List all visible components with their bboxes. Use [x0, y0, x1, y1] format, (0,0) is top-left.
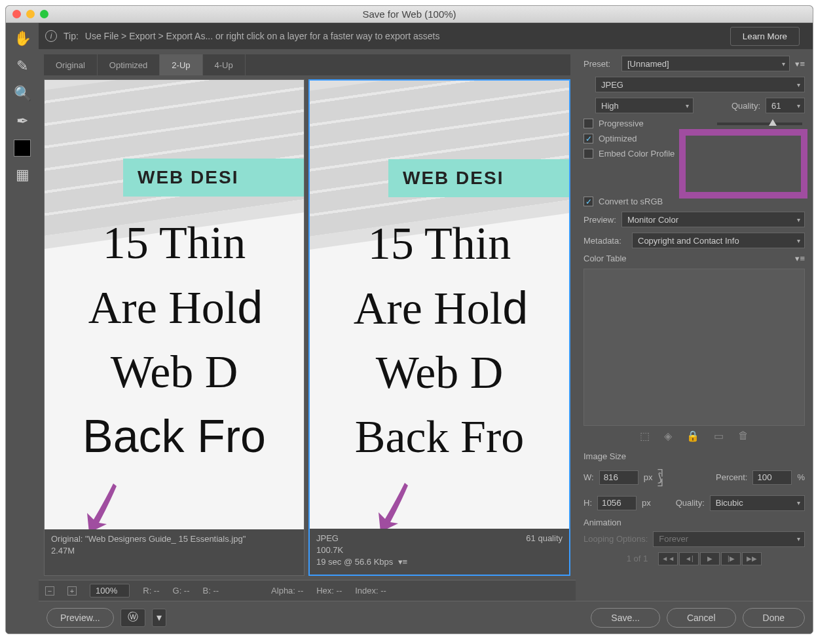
- zoom-select[interactable]: 100%: [90, 584, 130, 597]
- banner-text: WEB DESI: [123, 159, 304, 197]
- button-bar: Preview... ⓦ ▾ Save... Cancel Done: [39, 601, 813, 634]
- px-label: px: [642, 498, 651, 508]
- zoom-tool-icon[interactable]: 🔍: [13, 85, 31, 103]
- done-button[interactable]: Done: [743, 608, 805, 628]
- quality-slider[interactable]: [717, 123, 802, 125]
- px-label: px: [644, 472, 653, 482]
- ct-icon[interactable]: ⬚: [640, 430, 650, 442]
- prev-frame-button: ◄|: [679, 552, 699, 565]
- slice-visibility-icon[interactable]: ▦: [13, 166, 31, 184]
- optimized-pane[interactable]: WEB DESI 15 ThinAre HoldWeb DBack Fro JP…: [308, 79, 570, 576]
- progressive-checkbox[interactable]: [583, 119, 593, 128]
- preview-button[interactable]: Preview...: [46, 608, 114, 628]
- progressive-label: Progressive: [599, 119, 644, 128]
- tab-4up[interactable]: 4-Up: [203, 54, 246, 75]
- compression-select[interactable]: High: [595, 98, 694, 113]
- main-area: ✋ ✎ 🔍 ✒ ▦ i Tip: Use File > Export > Exp…: [6, 23, 813, 634]
- preset-menu-icon[interactable]: ▾≡: [795, 59, 805, 69]
- tab-2up[interactable]: 2-Up: [160, 54, 202, 75]
- play-button: ▶: [700, 552, 720, 565]
- save-for-web-window: Save for Web (100%) ✋ ✎ 🔍 ✒ ▦ i Tip: Use…: [5, 5, 813, 634]
- eyedropper-tool-icon[interactable]: ✒: [13, 112, 31, 130]
- cancel-button[interactable]: Cancel: [667, 608, 736, 628]
- optimized-size: 100.7K: [316, 544, 563, 556]
- animation-header: Animation: [583, 518, 805, 527]
- convert-srgb-checkbox[interactable]: [583, 197, 593, 206]
- color-table-label: Color Table: [583, 254, 627, 263]
- annotation-arrow-icon: [369, 476, 415, 529]
- annotation-highlight: [679, 129, 807, 199]
- original-image: WEB DESI 15 ThinAre HoldWeb DBack Fro: [45, 80, 304, 529]
- w-label: W:: [583, 472, 594, 482]
- preset-select[interactable]: [Unnamed]: [621, 56, 790, 71]
- preview-select[interactable]: Monitor Color: [621, 212, 805, 227]
- quality-label: Quality:: [731, 101, 760, 111]
- width-input[interactable]: [599, 470, 639, 485]
- time-menu-icon[interactable]: ▾≡: [398, 557, 408, 567]
- original-info: Original: "Web Designers Guide_ 15 Essen…: [45, 529, 304, 575]
- optimized-time: 19 sec @ 56.6 Kbps: [316, 557, 393, 567]
- color-swatch[interactable]: [14, 140, 31, 157]
- color-table: [583, 269, 805, 426]
- optimized-image: WEB DESI 15 ThinAre HoldWeb DBack Fro: [310, 81, 569, 529]
- tab-original[interactable]: Original: [44, 54, 98, 75]
- titlebar: Save for Web (100%): [6, 6, 813, 23]
- format-select[interactable]: JPEG: [595, 77, 805, 92]
- original-filename: Original: "Web Designers Guide_ 15 Essen…: [51, 533, 297, 545]
- original-pane[interactable]: WEB DESI 15 ThinAre HoldWeb DBack Fro Or…: [44, 79, 305, 576]
- last-frame-button: ▶▶: [742, 552, 762, 565]
- expand-button[interactable]: +: [67, 586, 77, 596]
- metadata-select[interactable]: Copyright and Contact Info: [632, 233, 805, 248]
- body-row: Original Optimized 2-Up 4-Up WEB DESI 15…: [39, 49, 813, 601]
- optimized-label: Optimized: [599, 134, 637, 143]
- browser-preview-icon[interactable]: ⓦ: [120, 609, 145, 627]
- embed-checkbox[interactable]: [583, 149, 593, 159]
- collapse-button[interactable]: −: [45, 586, 54, 596]
- settings-panel: Preset: [Unnamed] ▾≡ JPEG High Quality: …: [576, 49, 813, 601]
- looping-select: Forever: [653, 531, 805, 547]
- first-frame-button: ◄◄: [658, 552, 678, 565]
- tip-bar: i Tip: Use File > Export > Export As... …: [39, 23, 813, 49]
- color-table-icons: ⬚ ◈ 🔒 ▭ 🗑: [583, 430, 805, 442]
- status-g: G: --: [173, 586, 190, 596]
- headline-text: 15 ThinAre HoldWeb DBack Fro: [310, 212, 569, 469]
- looping-label: Looping Options:: [583, 534, 648, 544]
- color-table-menu-icon[interactable]: ▾≡: [795, 254, 805, 263]
- optimized-info: JPEG 100.7K 19 sec @ 56.6 Kbps ▾≡ 61 qua…: [310, 529, 569, 575]
- info-icon: i: [45, 30, 57, 42]
- preset-label: Preset:: [583, 59, 616, 69]
- status-b: B: --: [203, 586, 219, 596]
- status-hex: Hex: --: [316, 586, 342, 596]
- content-column: i Tip: Use File > Export > Export As... …: [39, 23, 813, 634]
- link-icon[interactable]: ┐⟆┘: [657, 465, 666, 490]
- view-tabs: Original Optimized 2-Up 4-Up: [44, 54, 570, 75]
- save-button[interactable]: Save...: [591, 608, 660, 628]
- headline-text: 15 ThinAre HoldWeb DBack Fro: [45, 211, 304, 469]
- ct-icon[interactable]: ▭: [714, 430, 724, 442]
- status-r: R: --: [143, 586, 159, 596]
- tip-text: Use File > Export > Export As... or righ…: [85, 31, 440, 41]
- trash-icon[interactable]: 🗑: [738, 430, 749, 442]
- status-alpha: Alpha: --: [271, 586, 303, 596]
- quality-input[interactable]: 61: [766, 98, 805, 113]
- original-size: 2.47M: [51, 545, 297, 557]
- toolbox: ✋ ✎ 🔍 ✒ ▦: [6, 23, 39, 634]
- optimized-checkbox[interactable]: [583, 134, 593, 143]
- embed-label: Embed Color Profile: [599, 149, 675, 159]
- height-input[interactable]: [597, 496, 637, 510]
- frame-count: 1 of 1: [627, 554, 648, 563]
- percent-unit: %: [797, 472, 805, 482]
- preview-label: Preview:: [583, 215, 616, 225]
- hand-tool-icon[interactable]: ✋: [13, 29, 31, 48]
- ct-icon[interactable]: 🔒: [686, 430, 699, 442]
- tab-optimized[interactable]: Optimized: [98, 54, 160, 75]
- percent-input[interactable]: [752, 470, 792, 485]
- learn-more-button[interactable]: Learn More: [730, 27, 800, 46]
- slice-tool-icon[interactable]: ✎: [13, 57, 31, 75]
- percent-label: Percent:: [716, 472, 747, 482]
- ct-icon[interactable]: ◈: [664, 430, 672, 442]
- browser-preview-chevron-icon[interactable]: ▾: [152, 609, 166, 627]
- image-size-header: Image Size: [583, 451, 805, 461]
- status-bar: − + 100% R: -- G: -- B: -- Alpha: -- Hex…: [39, 580, 576, 601]
- resample-select[interactable]: Bicubic: [710, 495, 805, 511]
